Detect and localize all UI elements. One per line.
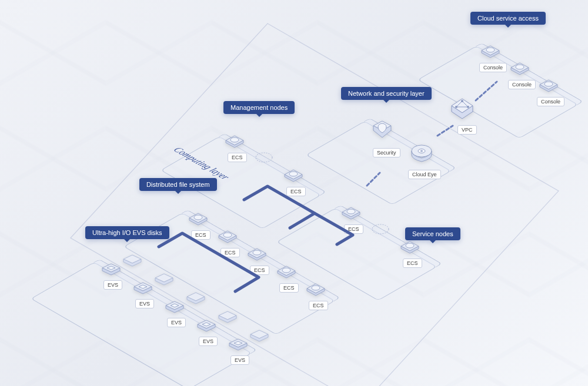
svg-point-12 (230, 137, 239, 142)
item-label: ECS (309, 301, 328, 310)
server-icon (245, 245, 269, 263)
server-icon (303, 280, 328, 298)
server-placeholder-icon (252, 149, 276, 166)
disk-icon (247, 326, 272, 344)
item-label: ECS (220, 248, 240, 257)
disk-icon (120, 251, 145, 268)
svg-point-9 (420, 150, 423, 152)
item-label: ECS (279, 283, 299, 293)
svg-point-19 (223, 233, 232, 237)
server-icon (215, 227, 240, 245)
svg-point-2 (544, 82, 553, 86)
svg-point-1 (516, 65, 524, 69)
item-label: Console (508, 80, 536, 89)
item-label: ECS (403, 259, 422, 268)
item-label: Console (479, 63, 507, 72)
server-icon (397, 238, 422, 256)
svg-line-10 (437, 126, 453, 136)
item-label: EVS (199, 337, 218, 346)
svg-point-18 (194, 215, 202, 220)
shield-icon (368, 118, 397, 143)
cloud-access-title: Cloud service access (470, 12, 546, 25)
cloud-eye-icon (407, 139, 436, 165)
server-icon (222, 132, 247, 150)
cloud-icon (536, 76, 561, 94)
item-label: EVS (103, 280, 122, 290)
item-label: Console (537, 97, 564, 106)
item-label: EVS (230, 355, 249, 365)
svg-point-16 (372, 224, 389, 234)
management-nodes-title: Management nodes (223, 101, 295, 114)
item-label: ECS (250, 266, 269, 275)
distributed-fs-title: Distributed file system (139, 178, 217, 191)
server-icon (186, 210, 211, 227)
svg-point-20 (253, 250, 261, 255)
server-icon (339, 204, 363, 221)
svg-point-14 (289, 172, 298, 176)
item-label: ECS (286, 187, 306, 196)
svg-point-22 (312, 286, 320, 290)
server-placeholder-icon (368, 220, 393, 238)
svg-point-15 (347, 209, 355, 214)
item-label: ECS (191, 230, 211, 240)
svg-line-11 (367, 173, 380, 186)
svg-point-13 (256, 153, 272, 162)
cloud-icon (478, 42, 503, 60)
server-icon (281, 166, 306, 184)
network-security-title: Network and security layer (341, 87, 432, 100)
disk-icon (183, 288, 208, 306)
svg-point-17 (406, 243, 414, 248)
svg-point-0 (486, 48, 495, 52)
item-label: EVS (167, 318, 186, 327)
item-label: Security (373, 148, 400, 157)
cloud-icon (507, 59, 532, 77)
disk-icon (215, 307, 240, 325)
server-icon (274, 263, 299, 280)
disk-icon (152, 270, 176, 287)
svg-line-6 (476, 82, 497, 100)
item-label: ECS (228, 153, 247, 162)
item-label: VPC (457, 125, 477, 135)
svg-point-21 (282, 268, 290, 273)
item-label: Cloud Eye (408, 170, 441, 179)
item-label: ECS (344, 224, 363, 234)
evs-disks-title: Ultra-high I/O EVS disks (85, 226, 169, 239)
item-label: EVS (135, 299, 154, 308)
